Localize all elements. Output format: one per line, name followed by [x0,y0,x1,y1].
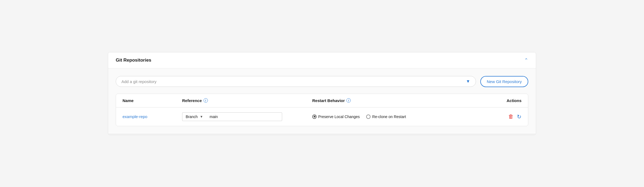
preserve-local-changes-label: Preserve Local Changes [318,115,360,119]
repo-name-cell: example-repo [123,114,182,119]
column-header-actions: Actions [489,98,521,103]
git-repositories-section: Git Repositories ⌃ Add a git repository … [108,52,536,135]
collapse-icon[interactable]: ⌃ [524,57,528,63]
preserve-radio-dot [312,115,317,119]
bottom-divider [108,134,536,135]
branch-value-input[interactable] [206,112,282,121]
branch-type-label: Branch [186,115,198,119]
refresh-repo-icon[interactable]: ↻ [517,113,521,120]
repositories-table: Name Reference i Restart Behavior i Acti… [116,94,528,126]
actions-cell: 🗑 ↻ [489,113,521,120]
preserve-local-changes-option[interactable]: Preserve Local Changes [312,115,360,119]
branch-select-arrow-icon: ▼ [200,115,203,119]
column-header-reference: Reference i [182,98,312,103]
section-body: Add a git repository ▼ New Git Repositor… [108,68,536,134]
add-repository-dropdown[interactable]: Add a git repository ▼ [116,76,476,87]
table-header: Name Reference i Restart Behavior i Acti… [116,94,528,107]
repo-name-link[interactable]: example-repo [123,114,147,119]
restart-behavior-cell: Preserve Local Changes Re-clone on Resta… [312,115,489,119]
restart-behavior-info-icon[interactable]: i [346,98,351,103]
new-git-repository-button[interactable]: New Git Repository [480,76,528,87]
column-header-name: Name [123,98,182,103]
column-header-restart-behavior: Restart Behavior i [312,98,489,103]
re-clone-on-restart-label: Re-clone on Restart [372,115,406,119]
toolbar-row: Add a git repository ▼ New Git Repositor… [116,76,528,87]
delete-repo-icon[interactable]: 🗑 [508,113,514,120]
re-clone-radio-dot [366,115,371,119]
section-title: Git Repositories [116,58,151,63]
add-repository-placeholder: Add a git repository [121,79,466,84]
re-clone-on-restart-option[interactable]: Re-clone on Restart [366,115,406,119]
table-row: example-repo Branch ▼ Preserve Local C [116,107,528,126]
dropdown-arrow-icon: ▼ [466,79,470,84]
reference-cell: Branch ▼ [182,112,312,121]
reference-info-icon[interactable]: i [204,98,208,103]
section-header: Git Repositories ⌃ [108,52,536,68]
branch-type-select[interactable]: Branch ▼ [182,112,206,121]
